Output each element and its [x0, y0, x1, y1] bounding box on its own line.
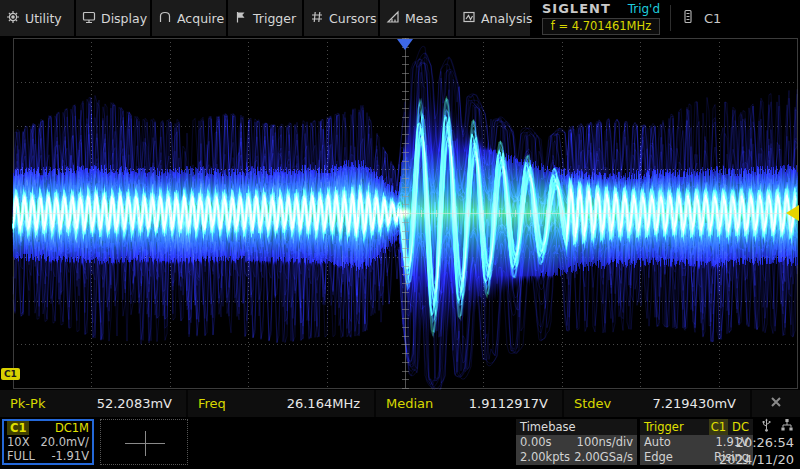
measurement-close-button[interactable] [752, 390, 800, 417]
channel-indicator-label: C1 [704, 11, 721, 26]
channel-scale: 20.0mV/ [40, 435, 89, 449]
menu-item-trigger[interactable]: Trigger [228, 0, 302, 36]
usb-icon [761, 418, 772, 436]
measurement-value: 26.164MHz [287, 396, 360, 411]
cursors-icon [310, 9, 324, 28]
menu-item-label: Utility [25, 11, 62, 26]
timebase-points: 2.00kpts [520, 450, 570, 465]
add-channel-placeholder[interactable] [100, 419, 188, 465]
acquire-icon [158, 9, 172, 28]
clock-date: 2024/11/20 [719, 451, 794, 468]
measurement-value: 52.2083mV [97, 396, 172, 411]
clock-time: 20:26:54 [736, 434, 794, 451]
menu-item-display[interactable]: Display [76, 0, 150, 36]
trigger-status-badge: Trig'd [628, 2, 660, 16]
menu-item-label: Trigger [253, 11, 296, 26]
timebase-title: Timebase [516, 419, 637, 435]
channel-list-icon [681, 9, 695, 27]
measurement-label: Pk-Pk [10, 396, 45, 411]
brand-block: SIGLENT Trig'd f = 4.701461MHz [542, 0, 660, 36]
measurement-stdev[interactable]: Stdev 7.219430mV [564, 390, 750, 417]
menu-item-acquire[interactable]: Acquire [152, 0, 226, 36]
menu-item-analysis[interactable]: Analysis [456, 0, 530, 36]
trigger-type: Edge [644, 450, 673, 465]
siglent-logo: SIGLENT [542, 1, 611, 16]
trigger-mode: Auto [644, 435, 671, 450]
menu-item-label: Display [101, 11, 147, 26]
measurement-value: 7.219430mV [652, 396, 736, 411]
measurement-pkpk[interactable]: Pk-Pk 52.2083mV [0, 390, 186, 417]
measure-icon [386, 9, 400, 28]
menu-bar: Utility Display Acquire Trigger Cursors … [0, 0, 800, 36]
menu-item-label: Acquire [177, 11, 224, 26]
timebase-box[interactable]: Timebase 0.00s 100ns/div 2.00kpts 2.00GS… [516, 419, 637, 465]
channel-bandwidth: FULL [7, 449, 35, 463]
menu-item-label: Cursors [329, 11, 377, 26]
measurement-label: Median [386, 396, 433, 411]
waveform-display[interactable] [0, 36, 800, 390]
channel-position-marker[interactable]: C1 [1, 368, 20, 380]
measurement-median[interactable]: Median 1.9112917V [376, 390, 562, 417]
close-icon [769, 394, 783, 413]
graticule-area: C1 [0, 36, 800, 390]
measurement-label: Freq [198, 396, 226, 411]
display-icon [82, 9, 96, 28]
menu-item-utility[interactable]: Utility [0, 0, 74, 36]
menu-item-label: Analysis [481, 11, 533, 26]
analysis-icon [462, 9, 476, 28]
measurement-freq[interactable]: Freq 26.164MHz [188, 390, 374, 417]
channel-coupling: DC1M [55, 421, 89, 435]
menu-separator [670, 5, 671, 31]
status-bar: C1 DC1M 10X 20.0mV/ FULL -1.91V Timebase… [0, 417, 800, 469]
frequency-readout: f = 4.701461MHz [542, 18, 660, 35]
measurement-bar: Pk-Pk 52.2083mV Freq 26.164MHz Median 1.… [0, 390, 800, 417]
measurement-value: 1.9112917V [469, 396, 548, 411]
channel-offset: -1.91V [51, 449, 89, 463]
flag-icon [234, 9, 248, 28]
gear-icon [6, 9, 20, 28]
menu-item-meas[interactable]: Meas [380, 0, 454, 36]
channel1-settings-box[interactable]: C1 DC1M 10X 20.0mV/ FULL -1.91V [2, 419, 94, 465]
measurement-label: Stdev [574, 396, 611, 411]
lan-icon [780, 418, 794, 435]
menu-item-label: Meas [405, 11, 438, 26]
channel-probe: 10X [7, 435, 30, 449]
timebase-delay: 0.00s [520, 435, 552, 450]
channel-name: C1 [7, 421, 29, 435]
trigger-title: Trigger [644, 419, 684, 435]
clock-box: 20:26:54 2024/11/20 [706, 417, 798, 469]
timebase-samplerate: 2.00GSa/s [574, 450, 633, 465]
timebase-scale: 100ns/div [577, 435, 633, 450]
channel-list-indicator[interactable]: C1 [681, 0, 721, 36]
menu-item-cursors[interactable]: Cursors [304, 0, 378, 36]
